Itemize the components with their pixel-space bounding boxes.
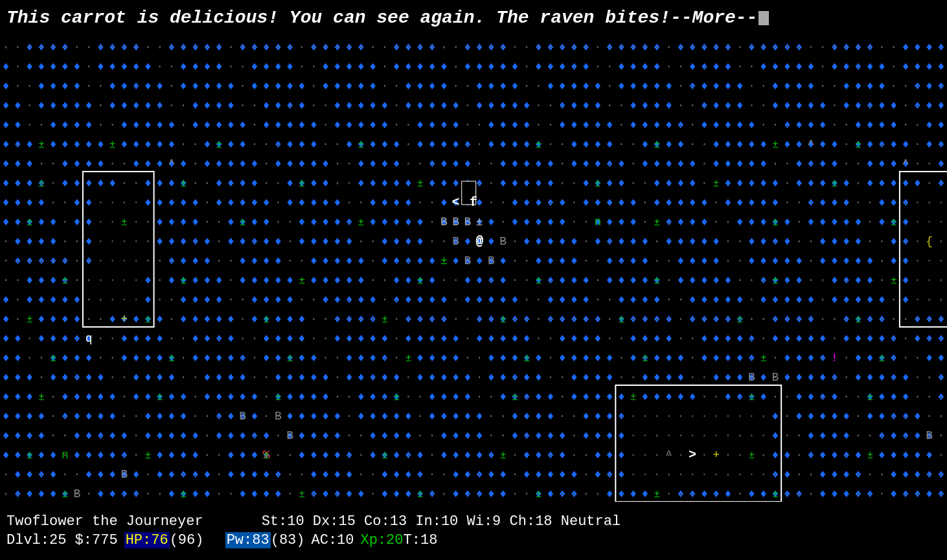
game-container: This carrot is delicious! You can see ag… [0, 0, 947, 560]
pw-value: Pw:83 [225, 532, 271, 548]
more-cursor [759, 11, 769, 25]
character-name: Twoflower the Journeyer [6, 513, 203, 530]
t-text: T:18 [404, 532, 438, 548]
status-row1: Twoflower the Journeyer St:10 Dx:15 Co:1… [6, 513, 941, 530]
pw-max: (83) [271, 532, 305, 548]
status-row2: Dlvl:25 $:775 HP:76 (96) Pw:83 (83) AC:1… [6, 532, 941, 548]
game-area [0, 36, 947, 502]
message-content: This carrot is delicious! You can see ag… [6, 8, 757, 28]
stats: St:10 Dx:15 Co:13 In:10 Wi:9 Ch:18 Neutr… [262, 513, 621, 530]
xp-value: Xp:20 [361, 532, 404, 548]
status-bar: Twoflower the Journeyer St:10 Dx:15 Co:1… [0, 502, 947, 560]
pw-spacer [210, 532, 218, 548]
hp-value: HP:76 [124, 532, 170, 548]
hp-max: (96) [170, 532, 204, 548]
message-bar: This carrot is delicious! You can see ag… [0, 0, 947, 36]
ac-text: AC:10 [312, 532, 354, 548]
dungeon-canvas [0, 36, 947, 502]
message-text: This carrot is delicious! You can see ag… [6, 8, 769, 28]
dlvl-gold: Dlvl:25 $:775 [6, 532, 118, 548]
